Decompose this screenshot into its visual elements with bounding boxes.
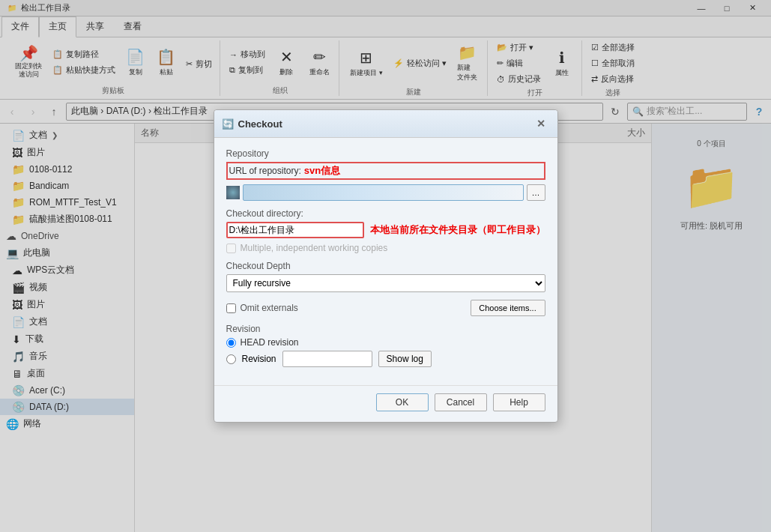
checkout-dialog: 🔄 Checkout ✕ Repository URL of repositor… xyxy=(214,109,558,423)
dialog-title-bar: 🔄 Checkout ✕ xyxy=(214,110,557,138)
url-input[interactable] xyxy=(243,184,524,201)
omit-externals-checkbox[interactable] xyxy=(226,303,236,313)
repository-label: Repository xyxy=(226,148,545,159)
head-revision-radio[interactable] xyxy=(226,338,236,348)
ok-button[interactable]: OK xyxy=(376,393,429,411)
revision-label: Revision xyxy=(226,324,545,334)
revision-row: Revision Show log xyxy=(226,351,545,367)
help-button[interactable]: Help xyxy=(493,393,545,411)
modal-overlay: 🔄 Checkout ✕ Repository URL of repositor… xyxy=(0,0,771,532)
url-field-label: URL of repository: xyxy=(229,166,301,176)
omit-externals-section: Omit externals Choose items... xyxy=(226,300,545,316)
multiple-copies-label: Multiple, independent working copies xyxy=(241,243,388,253)
repository-section: Repository URL of repository: svn信息 … xyxy=(226,148,545,201)
url-row: URL of repository: svn信息 xyxy=(226,162,545,180)
svn-logo xyxy=(226,186,240,199)
head-revision-label: HEAD revision xyxy=(241,337,299,348)
revision-input[interactable] xyxy=(282,351,372,367)
svn-icon: 🔄 xyxy=(222,118,234,130)
dialog-footer: OK Cancel Help xyxy=(214,385,557,422)
head-revision-row: HEAD revision xyxy=(226,337,545,348)
dialog-title-text: Checkout xyxy=(238,118,282,130)
dir-annotation: 本地当前所在文件夹目录（即工作目录） xyxy=(370,223,545,237)
checkout-depth-select[interactable]: Fully recursive Immediate children, incl… xyxy=(226,274,545,292)
revision-radio[interactable] xyxy=(226,354,236,364)
revision-text-label: Revision xyxy=(242,354,276,364)
dir-row: 本地当前所在文件夹目录（即工作目录） xyxy=(226,222,545,238)
url-input-row: … xyxy=(226,184,545,201)
choose-items-button[interactable]: Choose items... xyxy=(471,300,545,316)
dialog-close-button[interactable]: ✕ xyxy=(532,115,550,133)
omit-row: Omit externals xyxy=(226,303,298,313)
multiple-copies-checkbox[interactable] xyxy=(226,244,236,253)
revision-section: Revision HEAD revision Revision Show log xyxy=(226,324,545,367)
omit-externals-label: Omit externals xyxy=(241,303,298,313)
checkout-depth-section: Checkout Depth Fully recursive Immediate… xyxy=(226,261,545,292)
dir-input[interactable] xyxy=(226,222,364,238)
checkout-depth-label: Checkout Depth xyxy=(226,261,545,271)
browse-button[interactable]: … xyxy=(527,184,545,201)
checkout-dir-label: Checkout directory: xyxy=(226,208,545,219)
cancel-button[interactable]: Cancel xyxy=(435,393,487,411)
multiple-copies-row: Multiple, independent working copies xyxy=(226,243,545,253)
dialog-body: Repository URL of repository: svn信息 … Ch… xyxy=(214,138,557,385)
show-log-button[interactable]: Show log xyxy=(378,351,432,367)
svn-annotation: svn信息 xyxy=(304,164,340,178)
checkout-dir-section: Checkout directory: 本地当前所在文件夹目录（即工作目录） M… xyxy=(226,208,545,253)
